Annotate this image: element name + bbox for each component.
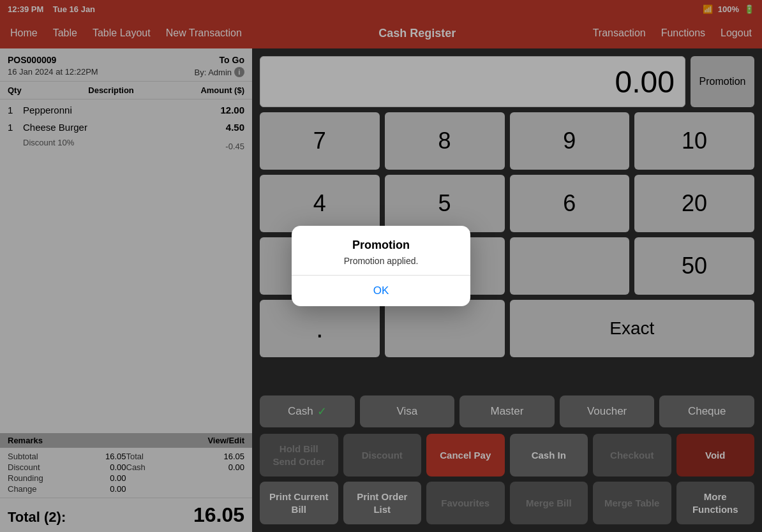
modal-title: Promotion bbox=[304, 239, 458, 252]
modal-dialog: Promotion Promotion applied. OK bbox=[292, 226, 470, 306]
modal-content: Promotion Promotion applied. bbox=[292, 226, 470, 275]
modal-message: Promotion applied. bbox=[304, 256, 458, 266]
modal-overlay: Promotion Promotion applied. OK bbox=[0, 0, 762, 532]
modal-ok-button[interactable]: OK bbox=[292, 276, 470, 306]
